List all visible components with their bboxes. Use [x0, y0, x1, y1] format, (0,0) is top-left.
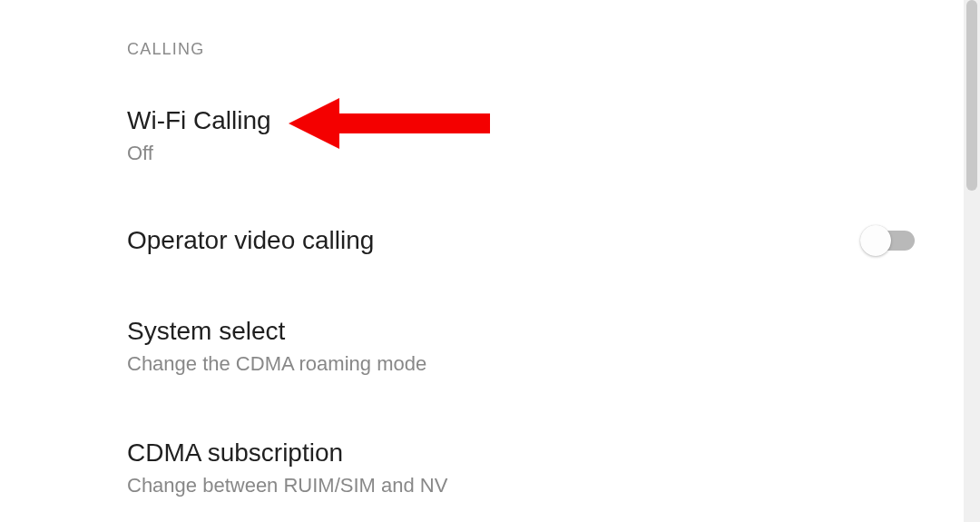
cdma-subscription-subtitle: Change between RUIM/SIM and NV	[127, 474, 909, 497]
system-select-row[interactable]: System select Change the CDMA roaming mo…	[127, 316, 909, 376]
operator-video-calling-toggle[interactable]	[860, 225, 916, 258]
toggle-thumb	[860, 225, 891, 256]
wifi-calling-row[interactable]: Wi-Fi Calling Off	[127, 105, 909, 165]
operator-video-calling-title: Operator video calling	[127, 225, 909, 256]
settings-panel: CALLING Wi-Fi Calling Off Operator video…	[0, 0, 964, 522]
section-header-calling: CALLING	[127, 40, 204, 59]
cdma-subscription-row[interactable]: CDMA subscription Change between RUIM/SI…	[127, 438, 909, 497]
scrollbar-track[interactable]	[964, 0, 980, 522]
system-select-title: System select	[127, 316, 909, 347]
system-select-subtitle: Change the CDMA roaming mode	[127, 352, 909, 376]
wifi-calling-status: Off	[127, 142, 909, 165]
cdma-subscription-title: CDMA subscription	[127, 438, 909, 468]
wifi-calling-title: Wi-Fi Calling	[127, 105, 909, 136]
scrollbar-thumb[interactable]	[966, 0, 977, 191]
operator-video-calling-row[interactable]: Operator video calling	[127, 225, 909, 256]
